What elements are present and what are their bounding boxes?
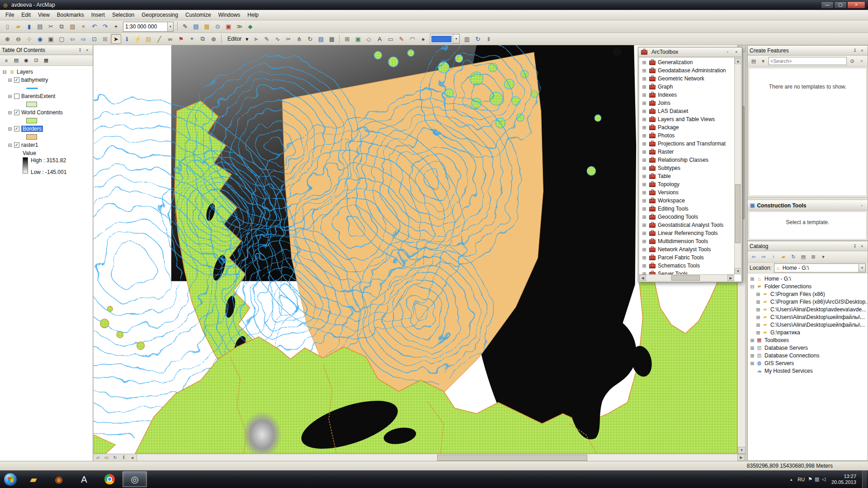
list-by-selection-icon[interactable]: ⊡ (32, 56, 41, 65)
find-icon[interactable]: ∞ (165, 34, 175, 44)
list-by-source-icon[interactable]: ▤ (12, 56, 21, 65)
list-by-visibility-icon[interactable]: ◉ (22, 56, 31, 65)
catalog-tree-item[interactable]: ⊞ ▰ C:\Users\Alina\Desktop\avdeeva\avde.… (748, 305, 868, 313)
editor-caret-icon[interactable]: ▾ (244, 34, 250, 44)
measure-icon[interactable]: ╱ (154, 34, 165, 44)
expander-icon[interactable]: ⊞ (642, 174, 647, 179)
expander-icon[interactable]: ⊞ (750, 276, 755, 282)
copy-icon[interactable]: ⧉ (57, 22, 67, 32)
toolbox-item[interactable]: ⊞ Geodatabase Administration (639, 66, 734, 75)
expander-icon[interactable]: ⊞ (642, 149, 647, 155)
map-scale-input[interactable] (123, 23, 167, 30)
layout-toolbar-icon[interactable]: ▥ (462, 34, 472, 44)
layer-row[interactable]: ⊟ ✓ raster1 (0, 141, 93, 149)
clock[interactable]: 13:27 20.05.2013 (829, 474, 859, 485)
expander-icon[interactable]: ⊞ (642, 190, 647, 195)
layer-symbol-row[interactable] (0, 100, 93, 108)
layer-symbol-row[interactable] (0, 117, 93, 125)
open-folder-icon[interactable]: ▰ (13, 22, 24, 32)
expander-icon[interactable]: ⊞ (642, 165, 647, 171)
expander-icon[interactable]: ⊞ (750, 338, 755, 343)
toolbox-item[interactable]: ⊞ Workspace (639, 197, 734, 205)
maximize-button[interactable]: ▢ (834, 1, 847, 9)
media-player-icon[interactable]: ◉ (47, 471, 71, 487)
pan-icon[interactable]: ⊹ (24, 34, 34, 44)
attributes-icon[interactable]: ▤ (316, 34, 326, 44)
layer-row[interactable]: ⊟ ✓ Borders (0, 125, 93, 133)
fixed-zoom-out-icon[interactable]: ▢ (57, 34, 67, 44)
toolbox-item[interactable]: ⊞ Graph (639, 83, 734, 91)
expander-icon[interactable]: ⊞ (755, 314, 761, 320)
expander-icon[interactable]: ⊞ (750, 345, 755, 351)
dropdown-caret-icon[interactable]: ▾ (167, 22, 173, 31)
pin-icon[interactable]: ↧ (851, 47, 859, 54)
expander-icon[interactable]: ⊞ (750, 353, 755, 358)
new-document-icon[interactable]: ▯ (2, 22, 13, 32)
point-tool-icon[interactable]: ● (418, 34, 428, 44)
expander-icon[interactable]: ⊞ (755, 291, 761, 297)
layer-symbol-row[interactable] (0, 84, 93, 92)
location-combo[interactable]: ⌂ Home - G:\ ▾ (774, 263, 866, 272)
html-popup-icon[interactable]: ▤ (143, 34, 154, 44)
zoom-in-icon[interactable]: ⊕ (2, 34, 13, 44)
scroll-right-icon[interactable]: ▶ (737, 454, 745, 461)
catalog-tree-item[interactable]: ⊞ ▰ G:\практика (748, 328, 868, 336)
identify-icon[interactable]: ℹ (122, 34, 132, 44)
dock-icon[interactable]: ▫ (724, 49, 731, 55)
toolbox-item[interactable]: ⊞ Projections and Transformat (639, 140, 734, 148)
dropdown-caret-icon[interactable]: ▾ (453, 34, 459, 43)
antivirus-icon[interactable]: A (72, 471, 96, 487)
sketch-properties-icon[interactable]: ▦ (326, 34, 337, 44)
expander-icon[interactable]: ⊞ (750, 361, 755, 366)
catalog-tree-item[interactable]: ⊞ ▥ Database Connections (748, 352, 868, 359)
table-of-contents-icon[interactable]: ▤ (191, 22, 201, 32)
expander-icon[interactable]: ⊞ (642, 68, 647, 73)
expander-icon[interactable]: ⊟ (2, 69, 7, 75)
edit-tool-icon[interactable]: ➤ (250, 34, 261, 44)
arcmap-taskbar-icon[interactable]: ◎ (123, 471, 147, 487)
toolbox-item[interactable]: ⊞ Versions (639, 188, 734, 197)
toolbox-item[interactable]: ⊞ Schematics Tools (639, 262, 734, 270)
pause-icon[interactable]: ‖ (119, 454, 128, 461)
start-button[interactable] (4, 473, 17, 486)
connect-folder-icon[interactable]: ▰ (779, 253, 788, 261)
scroll-thumb[interactable] (735, 184, 741, 243)
scroll-left-icon[interactable]: ◂ (128, 454, 137, 461)
expander-icon[interactable]: ⊞ (642, 76, 647, 81)
toolbox-item[interactable]: ⊞ Subtypes (639, 164, 734, 172)
toolbox-item[interactable]: ⊞ Layers and Table Views (639, 115, 734, 123)
menu-item[interactable]: Edit (18, 10, 34, 19)
find-route-icon[interactable]: ⚑ (176, 34, 186, 44)
toolbox-item[interactable]: ⊞ Network Analyst Tools (639, 245, 734, 253)
new-rectangle-icon[interactable]: ▭ (385, 34, 396, 44)
zoom-out-icon[interactable]: ⊖ (13, 34, 24, 44)
chrome-icon[interactable] (97, 471, 122, 487)
menu-item[interactable]: Insert (88, 10, 108, 19)
network-icon[interactable]: ▥ (815, 476, 819, 482)
template-search-input[interactable] (769, 58, 846, 64)
back-icon[interactable]: ⇦ (749, 253, 758, 261)
expander-icon[interactable]: ⊞ (642, 271, 647, 274)
text-tool-icon[interactable]: A (374, 34, 385, 44)
expander-icon[interactable]: ⊞ (755, 330, 761, 335)
cut-polygons-icon[interactable]: ✂ (283, 34, 293, 44)
expander-icon[interactable]: ⊞ (642, 108, 647, 114)
paste-icon[interactable]: ▨ (67, 22, 78, 32)
pause-drawing-icon[interactable]: ‖ (483, 34, 494, 44)
toolbox-item[interactable]: ⊞ LAS Dataset (639, 107, 734, 115)
close-icon[interactable]: × (859, 243, 866, 249)
list-by-drawing-order-icon[interactable]: ≡ (2, 56, 11, 65)
expander-icon[interactable]: ⊞ (642, 206, 647, 211)
volume-icon[interactable]: ◁ (821, 476, 825, 482)
close-icon[interactable]: × (733, 49, 740, 55)
dock-icon[interactable]: ▫ (858, 202, 865, 209)
menu-item[interactable]: File (2, 10, 18, 19)
expander-icon[interactable]: ⊟ (7, 77, 13, 83)
catalog-tree-item[interactable]: ⊞ ⌂ Home - G:\ (748, 275, 868, 282)
dropdown-caret-icon[interactable]: ▾ (859, 264, 865, 272)
expander-icon[interactable]: ⊞ (642, 117, 647, 122)
toolbox-item[interactable]: ⊞ Table (639, 172, 734, 180)
scroll-down-icon[interactable]: ▼ (735, 268, 741, 274)
python-window-icon[interactable]: ≫ (234, 22, 245, 32)
catalog-options-icon[interactable]: ▾ (819, 253, 828, 261)
